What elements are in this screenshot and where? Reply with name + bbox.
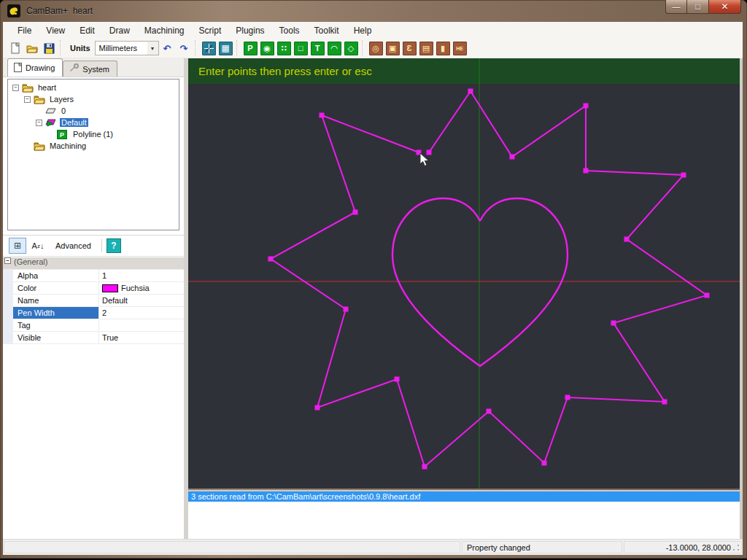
vertex-marker[interactable]: [510, 155, 515, 160]
engrave-icon[interactable]: Ɛ: [402, 41, 417, 56]
vertex-marker[interactable]: [624, 237, 630, 242]
tree-item-label[interactable]: Machining: [48, 141, 88, 150]
expander-icon[interactable]: −: [36, 120, 42, 126]
text-icon[interactable]: T: [310, 41, 325, 56]
title-bar[interactable]: CamBam+ heart — □ ✕: [0, 0, 747, 22]
collapse-icon[interactable]: −: [4, 257, 11, 264]
maximize-button[interactable]: □: [687, 0, 709, 14]
log-selected-line[interactable]: 3 sections read from C:\CamBam\art\scree…: [188, 490, 740, 502]
categorized-view-button[interactable]: ⊞: [9, 238, 26, 254]
menu-toolkit[interactable]: Toolkit: [307, 23, 347, 39]
property-name[interactable]: Alpha: [13, 270, 99, 281]
property-row-tag[interactable]: Tag: [3, 319, 184, 332]
new-file-icon[interactable]: [8, 41, 23, 56]
property-category[interactable]: −(General): [3, 257, 184, 270]
menu-edit[interactable]: Edit: [72, 23, 102, 39]
vertex-marker[interactable]: [344, 307, 349, 312]
redo-icon[interactable]: ↷: [177, 41, 192, 56]
property-name[interactable]: Tag: [13, 319, 99, 331]
vertex-marker[interactable]: [611, 321, 616, 326]
polyline-icon[interactable]: P: [243, 41, 258, 56]
heightmap-icon[interactable]: HE: [452, 41, 468, 56]
vertex-marker[interactable]: [315, 405, 320, 411]
vertex-marker[interactable]: [662, 400, 667, 405]
tree-item-heart[interactable]: −heart: [8, 82, 179, 93]
close-button[interactable]: ✕: [709, 0, 741, 14]
tree-item-default[interactable]: −Default: [8, 117, 179, 128]
menu-file[interactable]: File: [10, 23, 39, 39]
property-value[interactable]: Default: [99, 295, 184, 306]
vertex-marker[interactable]: [584, 104, 589, 109]
tree-item-layers[interactable]: −Layers: [8, 93, 179, 105]
tree-item-polyline-1[interactable]: PPolyline (1): [8, 128, 179, 140]
vertex-marker[interactable]: [268, 257, 274, 262]
open-file-icon[interactable]: [25, 41, 40, 56]
point-list-icon[interactable]: ∷: [276, 41, 292, 56]
dropdown-arrow-icon[interactable]: ▼: [147, 42, 158, 55]
property-name[interactable]: Color: [13, 282, 99, 294]
minimize-button[interactable]: —: [665, 0, 687, 14]
menu-view[interactable]: View: [39, 23, 72, 39]
property-row-alpha[interactable]: Alpha1: [3, 270, 184, 282]
property-row-color[interactable]: ColorFuchsia: [3, 282, 184, 295]
tab-drawing[interactable]: Drawing: [7, 58, 63, 77]
vertex-marker[interactable]: [422, 464, 427, 470]
tree-item-machining[interactable]: Machining: [8, 140, 179, 152]
property-grid[interactable]: −(General)Alpha1ColorFuchsiaNameDefaultP…: [3, 257, 184, 344]
lathe-icon[interactable]: ▤: [419, 41, 434, 56]
expander-icon[interactable]: −: [12, 85, 19, 91]
property-row-name[interactable]: NameDefault: [3, 295, 184, 307]
advanced-button[interactable]: Advanced: [50, 238, 97, 254]
drawing-tree[interactable]: −heart−Layers0−DefaultPPolyline (1)Machi…: [7, 79, 179, 230]
property-value[interactable]: Fuchsia: [99, 282, 184, 294]
menu-plugins[interactable]: Plugins: [228, 23, 271, 39]
grid-icon[interactable]: ▦: [218, 41, 233, 56]
property-name[interactable]: Pen Width: [13, 307, 99, 319]
log-output-area[interactable]: [188, 502, 740, 539]
vertex-marker[interactable]: [427, 150, 432, 155]
tree-item-label[interactable]: Polyline (1): [71, 130, 115, 139]
tree-item-label[interactable]: 0: [60, 106, 67, 115]
property-value[interactable]: True: [99, 332, 184, 343]
color-swatch[interactable]: [102, 284, 118, 292]
tree-item-0[interactable]: 0: [8, 105, 179, 117]
vertex-marker[interactable]: [320, 113, 325, 118]
drill-icon[interactable]: ▮: [436, 41, 451, 56]
menu-tools[interactable]: Tools: [272, 23, 307, 39]
tree-item-label[interactable]: heart: [36, 83, 58, 92]
property-value[interactable]: 2: [99, 307, 184, 319]
vertex-marker[interactable]: [468, 89, 473, 94]
help-icon[interactable]: ?: [107, 238, 121, 253]
alphabetical-sort-button[interactable]: Az↓: [29, 238, 47, 254]
circle-icon[interactable]: ◉: [260, 41, 275, 56]
vertex-marker[interactable]: [353, 210, 358, 215]
property-row-visible[interactable]: VisibleTrue: [3, 332, 184, 344]
axes-icon[interactable]: [201, 41, 217, 56]
property-value[interactable]: [99, 319, 184, 331]
tab-system[interactable]: System: [63, 61, 117, 77]
tree-item-label[interactable]: Layers: [48, 95, 75, 104]
drawing-canvas[interactable]: Enter points then press enter or esc: [188, 58, 740, 489]
vertex-marker[interactable]: [705, 293, 710, 298]
canvas-background[interactable]: [188, 84, 740, 489]
menu-machining[interactable]: Machining: [137, 23, 192, 39]
undo-icon[interactable]: ↶: [160, 41, 175, 56]
vertex-marker[interactable]: [395, 377, 400, 382]
menu-script[interactable]: Script: [192, 23, 229, 39]
property-name[interactable]: Visible: [13, 332, 99, 343]
profile-icon[interactable]: ◎: [368, 41, 384, 56]
tree-item-label[interactable]: Default: [60, 118, 88, 127]
menu-draw[interactable]: Draw: [102, 23, 137, 39]
vertex-marker[interactable]: [681, 173, 686, 178]
save-file-icon[interactable]: [42, 41, 57, 56]
vertex-marker[interactable]: [487, 409, 492, 414]
arc-icon[interactable]: ◠: [327, 41, 342, 56]
menu-help[interactable]: Help: [347, 23, 379, 39]
expander-icon[interactable]: −: [24, 96, 31, 103]
property-name[interactable]: Name: [13, 295, 99, 306]
property-value[interactable]: 1: [99, 270, 184, 281]
vertex-marker[interactable]: [542, 461, 547, 466]
surface-icon[interactable]: ◇: [344, 41, 359, 56]
vertex-marker[interactable]: [584, 168, 589, 174]
vertex-marker[interactable]: [565, 395, 570, 400]
